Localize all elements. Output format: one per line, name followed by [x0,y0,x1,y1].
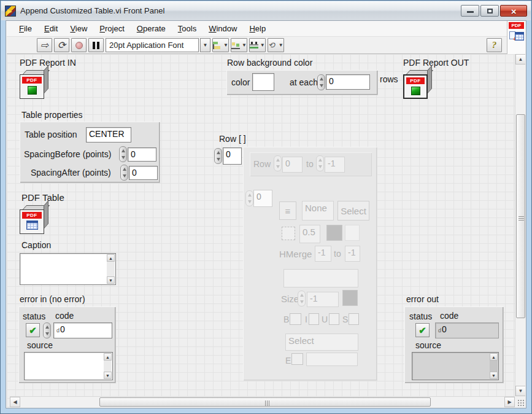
row-array-label: Row [ ] [219,134,246,144]
e-checkbox [291,353,303,365]
scroll-up-icon[interactable]: ▲ [107,254,115,262]
window-body: File Edit View Project Operate Tools Win… [6,20,526,408]
scroll-down-icon[interactable]: ▼ [490,372,498,379]
row-from-spinner [274,155,282,171]
at-each-field[interactable]: 0 [326,74,370,90]
strike-checkbox [349,313,359,325]
run-continuously-button[interactable]: ⟳ [54,38,69,52]
maximize-icon [487,9,493,14]
menu-tools[interactable]: Tools [172,21,202,36]
pdf-report-in-icon[interactable]: PDF [20,70,49,100]
error-in-status-checkbox[interactable]: ✔ [26,323,40,337]
error-out-source-scrollbar[interactable]: ▲ ▼ [490,353,498,379]
horizontal-scrollbar[interactable]: ◀ ▶ [10,396,515,407]
resize-objects-icon [250,42,258,49]
green-cube-icon [28,86,37,95]
run-button[interactable]: ⇨ [37,38,52,52]
error-out-code-label: code [440,311,458,321]
font-color-box [342,290,358,306]
menu-file[interactable]: File [13,21,38,36]
minimize-button[interactable] [461,5,479,17]
row-cluster-disabled: Row 0 to -1 0 ≡ None Select 0.5 HMerge -… [243,147,377,380]
close-button[interactable]: × [500,5,527,17]
abort-button[interactable] [71,38,87,52]
pdf-report-out-icon[interactable]: PDF [403,70,433,100]
error-in-code-field[interactable]: d0 [53,322,112,338]
resize-objects-button[interactable]: ▼ [249,38,266,52]
strike-label: S [342,314,348,324]
scroll-down-icon[interactable]: ▼ [104,372,112,379]
green-check-icon: ✔ [29,326,37,335]
resize-grip[interactable] [515,396,525,407]
scroll-right-button[interactable]: ▶ [504,397,515,407]
horizontal-scroll-thumb[interactable] [99,397,431,407]
scroll-up-icon[interactable]: ▲ [490,353,498,361]
row-to-label: to [306,159,314,169]
spacing-before-field[interactable]: 0 [128,147,156,162]
menu-view[interactable]: View [64,21,93,36]
scroll-down-button[interactable]: ▼ [515,386,525,396]
context-help-button[interactable]: ? [487,38,502,52]
error-in-code-spinner[interactable] [43,322,51,338]
row-range-cluster: Row 0 to -1 [250,152,372,176]
row-array-index-spinner[interactable] [214,148,222,164]
fill-color-box [345,225,360,241]
vertical-scroll-thumb[interactable] [516,114,525,318]
pdf-banner: PDF [22,77,42,84]
color-box[interactable] [252,73,274,91]
table-position-label: Table position [25,130,77,139]
at-each-spinner[interactable] [317,74,325,90]
icon-side-face [44,65,48,94]
scroll-up-icon[interactable]: ▲ [104,353,112,361]
row-background-color-cluster: color at each 0 [226,70,377,95]
table-position-field[interactable]: CENTER [86,127,131,143]
error-in-source-field[interactable]: ▲ ▼ [24,352,113,380]
maximize-button[interactable] [480,5,499,17]
menu-project[interactable]: Project [93,21,130,36]
cell-index-field: 0 [253,190,272,207]
pdf-table-icon[interactable]: PDF [20,205,49,235]
hmerge-to-field: -1 [345,246,360,262]
run-icon: ⇨ [40,41,48,50]
color-select-button: Select [337,201,369,221]
error-out-status-label: status [409,311,432,321]
justify-button: ≡ [279,201,296,220]
vi-icon-pdf-banner: PDF [509,22,524,29]
vi-window-icon[interactable] [5,6,16,17]
reorder-button[interactable]: ⟲▼ [268,38,284,52]
row-array-index-field[interactable]: 0 [223,147,242,165]
help-icon: ? [492,40,497,50]
vertical-scrollbar[interactable]: ▲ ▼ [515,54,525,396]
cell-text-field [283,269,358,287]
font-selector[interactable]: 20pt Application Font [106,38,199,52]
scroll-up-button[interactable]: ▲ [515,54,525,64]
font-selector-dropdown[interactable]: ▼ [200,38,210,52]
hmerge-label: HMerge [279,249,312,259]
caption-scrollbar[interactable]: ▲ ▼ [107,254,115,284]
vi-icon-pane[interactable]: PDF + [507,21,525,54]
size-field: -1 [307,292,339,307]
error-in-source-scrollbar[interactable]: ▲ ▼ [104,353,112,379]
align-objects-button[interactable]: ▼ [212,38,229,52]
spacing-before-spinner[interactable] [119,146,127,162]
error-in-cluster: status code ✔ d0 source ▲ ▼ [18,307,115,383]
menu-edit[interactable]: Edit [38,21,64,36]
menu-operate[interactable]: Operate [131,21,172,36]
spacing-after-spinner[interactable] [120,165,128,181]
spacing-after-field[interactable]: 0 [129,166,158,180]
scroll-left-button[interactable]: ◀ [10,397,20,407]
caption-label: Caption [21,240,51,250]
reorder-icon: ⟲ [268,42,277,49]
close-icon: × [501,6,526,17]
pdf-banner: PDF [406,77,425,84]
scroll-down-icon[interactable]: ▼ [107,276,115,284]
italic-label: I [305,314,307,324]
bold-label: B [283,314,289,324]
menu-help[interactable]: Help [243,21,272,36]
menu-window[interactable]: Window [202,21,243,36]
distribute-objects-button[interactable]: ▼ [231,38,247,52]
e-label: E [285,356,291,365]
caption-string-field[interactable]: ▲ ▼ [20,253,116,285]
pause-button[interactable] [88,38,104,52]
labview-front-panel-window: Append Customized Table.vi Front Panel ×… [0,0,532,414]
